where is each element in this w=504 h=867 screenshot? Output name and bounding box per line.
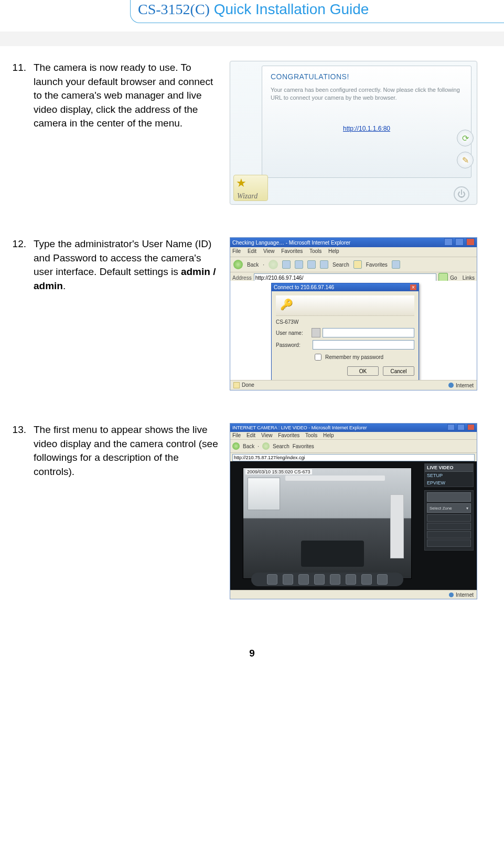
- favorites-label[interactable]: Favorites: [366, 262, 388, 268]
- menu-file[interactable]: File: [232, 432, 241, 438]
- control-button[interactable]: [298, 574, 309, 585]
- minimize-button[interactable]: [447, 424, 455, 430]
- toolbar-sep: ·: [258, 443, 259, 449]
- window-titlebar: Checking Language… - Microsoft Internet …: [230, 238, 477, 247]
- control-button[interactable]: [283, 574, 293, 585]
- control-button[interactable]: [314, 574, 325, 585]
- search-icon[interactable]: [320, 260, 328, 269]
- side-epview[interactable]: EPVIEW: [425, 479, 473, 487]
- username-row: User name:: [276, 328, 414, 337]
- step-12: 12. Type the administrator's User Name (…: [10, 237, 494, 390]
- step-number: 13.: [10, 423, 26, 599]
- title-rest: Quick Installation Guide: [210, 1, 369, 17]
- congrats-subtext: Your camera has been configured correctl…: [271, 86, 463, 102]
- window-titlebar: INTERNET CAMERA : LIVE VIDEO - Microsoft…: [230, 424, 477, 432]
- control-button[interactable]: [267, 574, 277, 585]
- step-figure: INTERNET CAMERA : LIVE VIDEO - Microsoft…: [230, 423, 494, 599]
- camera-url-row: http://10.1.1.6:80: [271, 123, 463, 133]
- media-icon[interactable]: [392, 260, 400, 269]
- status-bar: Done Internet: [230, 380, 477, 390]
- dialog-body: CS-673W User name: Password:: [272, 291, 419, 380]
- refresh-icon[interactable]: [295, 260, 303, 269]
- menu-bar: File Edit View Favorites Tools Help: [230, 432, 477, 440]
- username-input[interactable]: [323, 328, 414, 337]
- camera-app-area: 2009/03/10 15:35:020 CS-673: [230, 461, 477, 590]
- reload-icon: ⟳: [462, 133, 469, 143]
- step-text: The camera is now ready to use. To launc…: [34, 61, 222, 205]
- forward-button-icon[interactable]: [262, 442, 270, 450]
- menu-view[interactable]: View: [261, 432, 273, 438]
- back-label[interactable]: Back: [243, 443, 254, 449]
- menu-help[interactable]: Help: [323, 432, 334, 438]
- menu-favorites[interactable]: Favorites: [281, 248, 303, 254]
- wizard-panel: CONGRATULATIONS! Your camera has been co…: [262, 66, 471, 178]
- edit-button[interactable]: ✎: [457, 152, 474, 168]
- camera-url-link[interactable]: http://10.1.1.6:80: [343, 125, 390, 132]
- side-panel: LIVE VIDEO SETUP EPVIEW Select Zone▾: [424, 463, 474, 551]
- dialog-key-art: [276, 295, 414, 316]
- back-label[interactable]: Back: [247, 262, 259, 268]
- step-figure: CONGRATULATIONS! Your camera has been co…: [230, 61, 494, 205]
- side-dropdown[interactable]: [427, 492, 471, 502]
- menu-view[interactable]: View: [263, 248, 275, 254]
- home-icon[interactable]: [307, 260, 316, 269]
- menu-file[interactable]: File: [232, 248, 241, 254]
- menu-edit[interactable]: Edit: [248, 248, 256, 254]
- live-video-frame: 2009/03/10 15:35:020 CS-673: [243, 468, 412, 579]
- menu-edit[interactable]: Edit: [246, 432, 255, 438]
- cancel-button[interactable]: Cancel: [383, 366, 414, 376]
- stop-icon[interactable]: [282, 260, 291, 269]
- side-slider[interactable]: [427, 523, 471, 530]
- search-label[interactable]: Search: [273, 443, 289, 449]
- dialog-title: Connect to 210.66.97.146: [274, 284, 334, 290]
- back-button-icon[interactable]: [233, 260, 243, 269]
- menu-help[interactable]: Help: [328, 248, 339, 254]
- side-slider[interactable]: [427, 531, 471, 538]
- close-button[interactable]: [467, 424, 475, 430]
- search-label[interactable]: Search: [333, 262, 349, 268]
- side-slider[interactable]: [427, 514, 471, 522]
- menu-tools[interactable]: Tools: [309, 248, 321, 254]
- step12-text-after: .: [63, 280, 66, 291]
- step-11: 11. The camera is now ready to use. To l…: [10, 61, 494, 205]
- forward-button-icon[interactable]: [269, 260, 278, 269]
- address-input[interactable]: [232, 454, 475, 461]
- side-select-zone[interactable]: Select Zone▾: [427, 503, 471, 513]
- ok-button[interactable]: OK: [347, 366, 379, 376]
- menu-favorites[interactable]: Favorites: [278, 432, 299, 438]
- control-button[interactable]: [346, 574, 356, 585]
- dialog-buttons: OK Cancel: [276, 366, 414, 376]
- browser-body: Connect to 210.66.97.146 × CS-673W User …: [230, 281, 477, 380]
- scene-chairs: [301, 541, 364, 567]
- scene-window: [248, 478, 280, 510]
- content-area: 11. The camera is now ready to use. To l…: [0, 47, 504, 599]
- maximize-button[interactable]: [457, 424, 465, 430]
- page-header: CS-3152(C) Quick Installation Guide: [0, 0, 504, 47]
- password-input[interactable]: [313, 340, 414, 350]
- power-button[interactable]: ⏻: [454, 186, 469, 202]
- password-label: Password:: [276, 342, 313, 348]
- go-label[interactable]: Go: [450, 275, 457, 281]
- dialog-close-icon[interactable]: ×: [410, 284, 416, 290]
- zone-label: Internet: [456, 383, 474, 388]
- maximize-button[interactable]: [455, 238, 464, 246]
- close-button[interactable]: [466, 238, 475, 246]
- favorites-label[interactable]: Favorites: [293, 443, 314, 449]
- toolbar: Back · Search Favorites: [230, 440, 477, 453]
- reload-button[interactable]: ⟳: [457, 130, 474, 146]
- favorites-icon[interactable]: [353, 260, 362, 269]
- control-button[interactable]: [330, 574, 340, 585]
- back-button-icon[interactable]: [232, 442, 240, 450]
- links-label[interactable]: Links: [463, 275, 475, 281]
- minimize-button[interactable]: [444, 238, 453, 246]
- control-button[interactable]: [377, 574, 388, 585]
- live-video-screenshot: INTERNET CAMERA : LIVE VIDEO - Microsoft…: [230, 423, 477, 599]
- step-figure: Checking Language… - Microsoft Internet …: [230, 237, 494, 390]
- remember-checkbox[interactable]: [315, 354, 321, 361]
- control-button[interactable]: [361, 574, 372, 585]
- side-live-video[interactable]: LIVE VIDEO: [425, 464, 473, 472]
- side-setup[interactable]: SETUP: [425, 472, 473, 479]
- menu-tools[interactable]: Tools: [305, 432, 317, 438]
- address-label: Address: [232, 275, 252, 281]
- side-slider[interactable]: [427, 540, 471, 547]
